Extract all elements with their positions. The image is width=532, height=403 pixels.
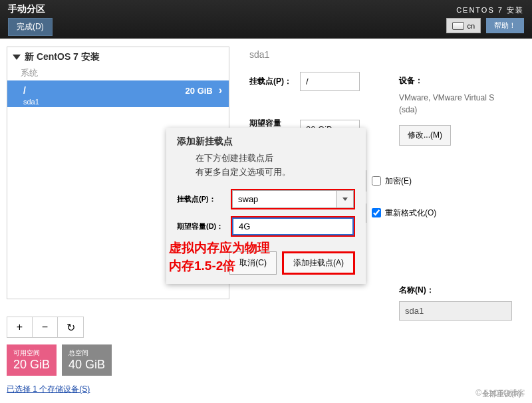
encrypt-label: 加密(E): [385, 176, 412, 187]
header-left: 手动分区 完成(D): [8, 3, 53, 36]
chevron-down-icon: [342, 198, 348, 201]
chevron-down-icon: [13, 55, 21, 60]
add-partition-button[interactable]: +: [7, 317, 33, 337]
modal-mount-row: 挂载点(P)： swap: [177, 189, 355, 209]
partition-buttons-row: + − ↻: [7, 317, 84, 338]
modal-capacity-input[interactable]: [232, 217, 354, 235]
modal-mount-select-wrapper: swap: [231, 189, 355, 209]
cancel-button[interactable]: 取消(C): [229, 251, 277, 275]
done-button[interactable]: 完成(D): [8, 18, 53, 36]
header-controls: cn 帮助！: [446, 18, 524, 33]
header: 手动分区 完成(D) CENTOS 7 安装 cn 帮助！: [0, 0, 532, 39]
device-section-label: 设备：: [399, 75, 512, 86]
modify-button[interactable]: 修改...(M): [399, 125, 451, 146]
partition-item-root[interactable]: / 20 GiB › sda1: [7, 80, 229, 107]
header-right: CENTOS 7 安装 cn 帮助！: [446, 5, 524, 33]
device-info-text: VMware, VMware Virtual S (sda): [399, 92, 512, 116]
installer-title: CENTOS 7 安装: [456, 5, 524, 15]
mount-input[interactable]: [300, 72, 360, 91]
partition-size: 20 GiB: [186, 86, 213, 96]
remove-partition-button[interactable]: −: [33, 317, 58, 337]
keyboard-indicator[interactable]: cn: [446, 18, 481, 33]
partition-mount: /: [23, 85, 26, 96]
modal-title: 添加新挂载点: [177, 136, 355, 148]
chevron-right-icon: ›: [215, 84, 222, 96]
available-space-label: 可用空间: [13, 348, 50, 358]
help-button[interactable]: 帮助！: [486, 18, 524, 33]
add-mount-button[interactable]: 添加挂载点(A): [282, 251, 355, 275]
install-header[interactable]: 新 CentOS 7 安装: [7, 51, 229, 63]
reformat-label: 重新格式化(O): [385, 207, 436, 219]
modal-capacity-wrapper: [231, 216, 355, 237]
device-title: sda1: [249, 49, 519, 60]
modal-desc: 在下方创建挂载点后 有更多自定义选项可用。: [177, 152, 355, 180]
page-title: 手动分区: [8, 3, 53, 15]
partition-device: sda1: [23, 98, 222, 106]
name-input[interactable]: [399, 301, 512, 321]
encrypt-checkbox[interactable]: [372, 176, 381, 186]
keyboard-icon: [452, 22, 464, 30]
space-boxes: 可用空间 20 GiB 总空间 40 GiB: [7, 344, 229, 376]
available-space-box: 可用空间 20 GiB: [7, 344, 57, 376]
total-space-value: 40 GiB: [68, 358, 105, 372]
device-info-section: 设备： VMware, VMware Virtual S (sda) 修改...…: [399, 75, 512, 146]
mount-label: 挂载点(P)：: [249, 76, 295, 87]
watermark: © 51CTO博客: [475, 388, 525, 399]
modal-capacity-label: 期望容量(D)：: [177, 221, 227, 231]
storage-link[interactable]: 已选择 1 个存储设备(S): [7, 384, 90, 394]
reformat-checkbox[interactable]: [372, 208, 381, 217]
keyboard-layout-label: cn: [467, 22, 475, 30]
total-space-box: 总空间 40 GiB: [62, 344, 112, 376]
modal-capacity-row: 期望容量(D)：: [177, 216, 355, 237]
system-label: 系统: [7, 67, 229, 79]
modal-buttons: 取消(C) 添加挂载点(A): [177, 251, 355, 275]
add-mount-modal: 添加新挂载点 在下方创建挂载点后 有更多自定义选项可用。 挂载点(P)： swa…: [166, 128, 366, 284]
bottom-section: + − ↻ 可用空间 20 GiB 总空间 40 GiB 已选择 1 个存储设备…: [7, 317, 229, 395]
name-label: 名称(N)：: [399, 285, 444, 296]
modal-mount-label: 挂载点(P)：: [177, 194, 227, 204]
available-space-value: 20 GiB: [13, 358, 50, 372]
modal-mount-dropdown-button[interactable]: [336, 190, 354, 208]
install-header-label: 新 CentOS 7 安装: [25, 51, 100, 63]
modal-mount-input[interactable]: swap: [232, 190, 336, 208]
total-space-label: 总空间: [68, 348, 105, 358]
reload-button[interactable]: ↻: [58, 317, 83, 337]
